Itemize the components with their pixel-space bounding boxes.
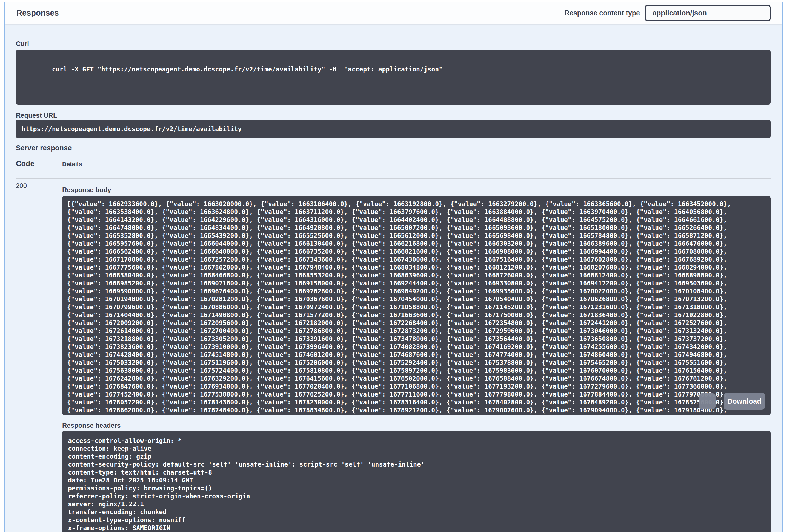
response-body-line: {"value": 1676242800.0}, {"value": 16763… [67,375,766,383]
response-header-line: content-type: text/html; charset=utf-8 [68,469,765,476]
response-body-line: {"value": 1678057200.0}, {"value": 16781… [67,398,766,406]
response-body-block: [{"value": 1662933600.0}, {"value": 1663… [62,196,771,415]
response-header-line: permissions-policy: browsing-topics=() [68,484,765,492]
response-body-line: {"value": 1670799600.0}, {"value": 16708… [67,303,766,311]
response-content-type-label: Response content type [565,9,640,17]
responses-section-header: Responses Response content type applicat… [5,2,782,24]
response-header-line: transfer-encoding: chunked [68,508,765,516]
response-header-line: referrer-policy: strict-origin-when-cros… [68,492,765,500]
response-header-line: connection: keep-alive [68,445,765,453]
response-body-line: {"value": 1667775600.0}, {"value": 16678… [67,264,766,271]
response-header-line: content-encoding: gzip [68,453,765,460]
response-headers-block: access-control-allow-origin: *connection… [62,431,771,532]
response-body-line: {"value": 1671404400.0}, {"value": 16714… [67,311,766,319]
response-body-line: {"value": 1672009200.0}, {"value": 16720… [67,319,766,327]
response-header-line: access-control-allow-origin: * [68,437,765,445]
response-body-line: {"value": 1663538400.0}, {"value": 16636… [67,208,766,216]
response-content-type-select[interactable]: application/json [645,5,771,21]
responses-title: Responses [16,8,565,18]
response-body-line: {"value": 1668380400.0}, {"value": 16684… [67,271,766,280]
response-header-line: x-content-type-options: nosniff [68,516,765,524]
details-column-header: Details [62,160,82,168]
response-body-line: {"value": 1675638000.0}, {"value": 16757… [67,367,766,375]
response-body-label: Response body [62,186,771,194]
request-url-text: https://netscopeagent.demo.dcscope.fr/v2… [22,125,241,132]
response-body-line: {"value": 1673218800.0}, {"value": 16733… [67,335,766,343]
response-body-text: [{"value": 1662933600.0}, {"value": 1663… [67,200,766,414]
response-body-line: [{"value": 1662933600.0}, {"value": 1663… [67,200,766,208]
download-button-label: Download [727,397,761,405]
response-headers-text: access-control-allow-origin: *connection… [68,437,765,532]
response-body-line: {"value": 1678662000.0}, {"value": 16787… [67,406,766,414]
operation-panel: Responses Response content type applicat… [4,2,783,532]
code-column-header: Code [16,159,62,168]
response-table-header: Code Details [16,159,771,168]
response-content-type-value: application/json [653,9,707,17]
response-body-line: {"value": 1669590000.0}, {"value": 16696… [67,287,766,295]
request-url-block: https://netscopeagent.demo.dcscope.fr/v2… [16,119,771,138]
response-body-line: {"value": 1665352800.0}, {"value": 16654… [67,232,766,240]
curl-label: Curl [16,40,771,48]
response-body-line: {"value": 1674428400.0}, {"value": 16745… [67,351,766,359]
responses-section-body: Curl curl -X GET "https://netscopeagent.… [5,24,782,532]
curl-command-block: curl -X GET "https://netscopeagent.demo.… [16,50,771,104]
response-body-line: {"value": 1673823600.0}, {"value": 16739… [67,343,766,351]
download-button[interactable]: Download [724,393,765,410]
request-url-label: Request URL [16,112,771,119]
response-body-line: {"value": 1664748000.0}, {"value": 16648… [67,224,766,232]
response-header-line: date: Tue28 Oct 2025 16:09:14 GMT [68,476,765,484]
response-body-line: {"value": 1667170800.0}, {"value": 16672… [67,255,766,264]
response-header-line: server: nginx/1.22.1 [68,500,765,508]
response-body-line: {"value": 1668985200.0}, {"value": 16690… [67,280,766,287]
response-body-line: {"value": 1665957600.0}, {"value": 16660… [67,240,766,248]
response-body-line: {"value": 1670194800.0}, {"value": 16702… [67,295,766,303]
response-body-line: {"value": 1672614000.0}, {"value": 16727… [67,327,766,335]
response-body-line: {"value": 1664143200.0}, {"value": 16642… [67,216,766,224]
response-body-line: {"value": 1666562400.0}, {"value": 16666… [67,248,766,255]
response-headers-label: Response headers [62,422,771,430]
response-details-cell: Response body [{"value": 1662933600.0}, … [62,182,771,532]
swagger-responses-page: Responses Response content type applicat… [0,0,795,532]
response-header-line: x-frame-options: SAMEORIGIN [68,524,765,532]
response-body-line: {"value": 1677452400.0}, {"value": 16775… [67,391,766,398]
server-response-title: Server response [16,144,771,152]
response-header-line: content-security-policy: default-src 'se… [68,460,765,469]
response-body-line: {"value": 1675033200.0}, {"value": 16751… [67,359,766,367]
curl-command-text: curl -X GET "https://netscopeagent.demo.… [52,66,443,73]
response-row-200: 200 Response body [{"value": 1662933600.… [16,179,771,532]
status-code: 200 [16,182,62,532]
copy-to-clipboard-button[interactable] [699,393,716,409]
response-body-line: {"value": 1676847600.0}, {"value": 16769… [67,383,766,391]
